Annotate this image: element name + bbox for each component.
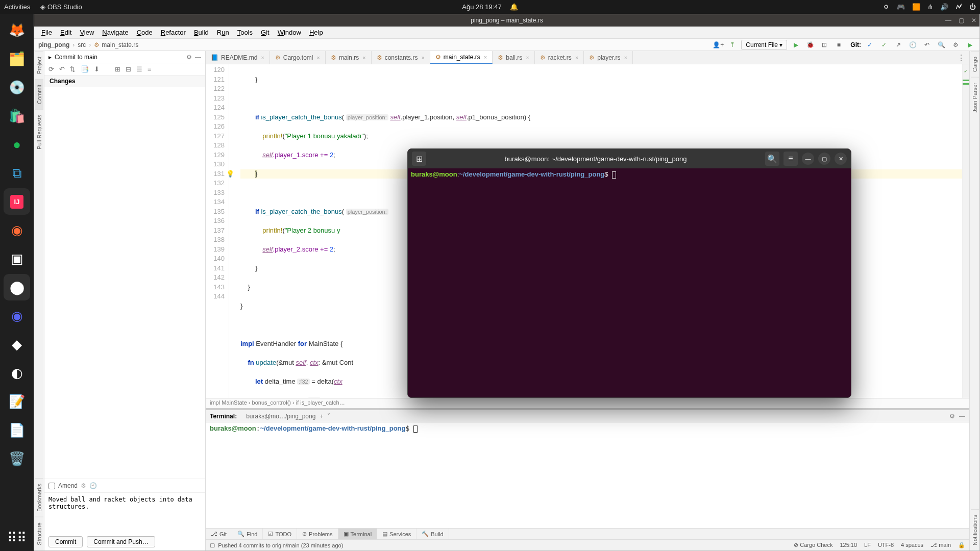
menu-tools[interactable]: Tools [234,28,256,37]
tab-menu-icon[interactable]: ⋮ [953,51,969,64]
status-cargo[interactable]: ⊘ Cargo Check [794,542,832,548]
add-config-icon[interactable]: 👤+ [713,40,724,50]
tool-todo[interactable]: ☑ TODO [263,529,297,539]
tool-build[interactable]: 🔨 Build [416,529,449,539]
rollback-icon[interactable]: ↶ [59,65,65,73]
dock-vscode[interactable]: ⧉ [4,160,30,186]
terminal-maximize-icon[interactable]: ▢ [818,153,830,165]
tool-git[interactable]: ⎇ Git [206,529,232,539]
terminal-close-icon[interactable]: ✕ [835,153,847,165]
tab-notifications[interactable]: Notifications [971,509,979,550]
menu-help[interactable]: Help [306,28,326,37]
group-icon[interactable]: ⬇ [94,65,100,73]
maximize-icon[interactable]: ▢ [959,17,964,24]
tab-bookmarks[interactable]: Bookmarks [35,478,43,517]
run-config-select[interactable]: Current File ▾ [741,40,787,50]
tab-main[interactable]: ⚙main.rs× [326,51,372,64]
tab-constants[interactable]: ⚙constants.rs× [372,51,430,64]
close-icon[interactable]: ✕ [971,17,976,24]
build-icon[interactable]: ⤒ [727,40,738,50]
git-update-icon[interactable]: ✓ [864,40,875,50]
menu-view[interactable]: View [77,28,97,37]
tab-json-parser[interactable]: Json Parser [971,77,979,118]
tray-icon[interactable]: ⭘ [883,3,890,11]
terminal-session-tab[interactable]: buraks@mo…/ping_pong [246,413,315,420]
dock-discord[interactable]: ◉ [4,303,30,329]
run-anything-icon[interactable]: ▶ [964,40,975,50]
nav-project[interactable]: ping_pong [38,41,69,48]
commit-message-input[interactable]: Moved ball and racket objects into data … [44,492,205,533]
tab-mainstate[interactable]: ⚙main_state.rs× [430,51,493,64]
volume-icon[interactable]: 🔊 [940,3,948,11]
coverage-icon[interactable]: ⊡ [819,40,830,50]
tab-ball[interactable]: ⚙ball.rs× [493,51,534,64]
status-box-icon[interactable]: ▢ [210,542,215,548]
minimize-icon[interactable]: — [945,17,951,24]
git-commit-icon[interactable]: ✓ [878,40,890,50]
status-pos[interactable]: 125:10 [840,542,857,548]
dock-app1[interactable]: ◆ [4,331,30,358]
dock-files[interactable]: 🗂️ [4,45,30,72]
close-tab-icon[interactable]: × [261,55,264,61]
terminal-menu-icon[interactable]: ≡ [783,152,798,166]
editor-scrollbar[interactable]: ✓6 ^ ˅ [962,64,969,398]
activities-button[interactable]: Activities [4,3,30,11]
menu-file[interactable]: File [38,28,55,37]
commit-button[interactable]: Commit [48,536,83,547]
git-rollback-icon[interactable]: ↶ [921,40,933,50]
menu-edit[interactable]: Edit [57,28,75,37]
menu-run[interactable]: Run [214,28,232,37]
new-session-icon[interactable]: + [320,413,323,420]
power-icon[interactable]: ⏻ [969,3,976,11]
dock-gedit[interactable]: 📝 [4,388,30,415]
tool-terminal[interactable]: ▣ Terminal [338,529,378,539]
amend-checkbox[interactable] [48,483,55,489]
nav-file[interactable]: main_state.rs [102,41,138,48]
terminal-minimize-icon[interactable]: — [802,153,814,165]
tab-cargo[interactable]: Cargo [971,51,979,77]
view2-icon[interactable]: ≡ [148,65,152,73]
menu-build[interactable]: Build [191,28,212,37]
settings-icon[interactable]: ⚙ [950,40,961,50]
status-eol[interactable]: LF [864,542,871,548]
dock-spotify[interactable]: ● [4,131,30,158]
tab-pull-requests[interactable]: Pull Requests [35,109,43,155]
nav-dir[interactable]: src [78,41,86,48]
shelve-icon[interactable]: 📑 [81,65,89,73]
discord-tray-icon[interactable]: 🎮 [897,3,905,11]
amend-gear-icon[interactable]: ⚙ [81,482,86,489]
dock-steam[interactable]: ◐ [4,360,30,386]
menu-git[interactable]: Git [258,28,273,37]
git-history-icon[interactable]: 🕘 [907,40,918,50]
dock-trash[interactable]: 🗑️ [4,445,30,472]
intention-bulb-icon[interactable]: 💡 [226,169,234,179]
dock-postman[interactable]: ◉ [4,217,30,243]
new-tab-button[interactable]: ⊞ [412,152,426,166]
status-indent[interactable]: 4 spaces [901,542,923,548]
view-icon[interactable]: ☰ [136,65,142,73]
terminal-gear-icon[interactable]: ⚙ [949,413,955,420]
tab-commit[interactable]: Commit [35,79,43,109]
battery-icon[interactable]: 🟧 [912,3,920,11]
bell-icon[interactable]: 🔔 [510,3,518,11]
amend-history-icon[interactable]: 🕘 [89,482,97,489]
changes-tree[interactable] [44,87,205,479]
tab-structure[interactable]: Structure [35,517,43,550]
session-dropdown-icon[interactable]: ˅ [327,413,330,420]
tab-readme[interactable]: 📘README.md× [206,51,270,64]
commit-push-button[interactable]: Commit and Push… [87,536,155,547]
terminal-hide-icon[interactable]: — [959,413,965,420]
tool-problems[interactable]: ⊘ Problems [297,529,338,539]
collapse-all-icon[interactable]: ⊟ [126,65,131,73]
status-lock-icon[interactable]: 🔒 [958,542,965,548]
debug-icon[interactable]: 🐞 [804,40,816,50]
menu-refactor[interactable]: Refactor [158,28,189,37]
run-icon[interactable]: ▶ [790,40,801,50]
gnome-terminal-body[interactable]: buraks@moon:~/development/game-dev-with-… [408,168,851,397]
hide-icon[interactable]: — [195,54,201,61]
tool-find[interactable]: 🔍 Find [232,529,263,539]
terminal-body[interactable]: buraks@moon:~/development/game-dev-with-… [206,422,969,528]
status-encoding[interactable]: UTF-8 [878,542,894,548]
dock-apps-grid[interactable]: ⠿⠿ [4,524,30,551]
dock-disks[interactable]: 💿 [4,74,30,101]
